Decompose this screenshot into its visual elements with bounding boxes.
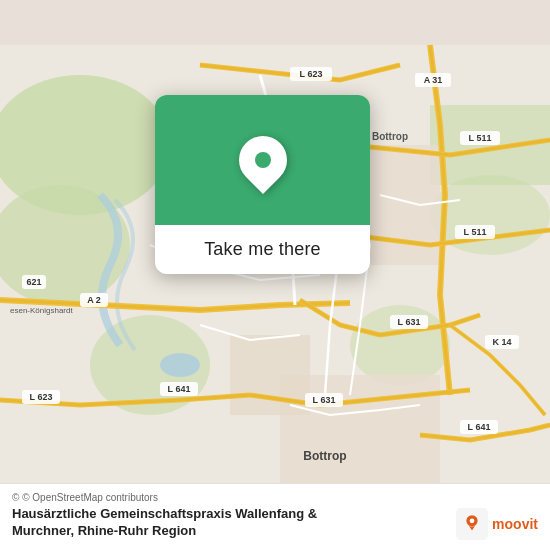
attribution-text: © OpenStreetMap contributors xyxy=(22,492,158,503)
svg-point-40 xyxy=(470,518,475,523)
svg-text:Bottrop: Bottrop xyxy=(372,131,408,142)
svg-point-7 xyxy=(160,353,200,377)
svg-text:A 2: A 2 xyxy=(87,295,101,305)
svg-text:A 31: A 31 xyxy=(424,75,443,85)
map-container: L 623 A 31 L 511 Bottrop L 511 621 A 2 e… xyxy=(0,0,550,550)
map-background: L 623 A 31 L 511 Bottrop L 511 621 A 2 e… xyxy=(0,0,550,550)
svg-text:esen-Königshardt: esen-Königshardt xyxy=(10,306,73,315)
popup-button-area: Take me there xyxy=(155,225,370,274)
svg-text:621: 621 xyxy=(26,277,41,287)
take-me-there-button[interactable]: Take me there xyxy=(204,239,321,260)
copyright-symbol: © xyxy=(12,492,19,503)
svg-text:L 623: L 623 xyxy=(300,69,323,79)
location-pin-icon xyxy=(229,126,297,194)
svg-text:L 623: L 623 xyxy=(30,392,53,402)
svg-text:Bottrop: Bottrop xyxy=(303,449,346,463)
bottom-bar: © © OpenStreetMap contributors Hausärztl… xyxy=(0,483,550,550)
svg-text:L 511: L 511 xyxy=(469,133,492,143)
moovit-logo: moovit xyxy=(456,508,538,540)
place-name-text: Hausärztliche Gemeinschaftspraxis Wallen… xyxy=(12,506,317,538)
svg-text:L 641: L 641 xyxy=(168,384,191,394)
popup-card: Take me there xyxy=(155,95,370,274)
svg-text:L 631: L 631 xyxy=(313,395,336,405)
moovit-icon xyxy=(456,508,488,540)
svg-text:L 511: L 511 xyxy=(464,227,487,237)
popup-map-preview xyxy=(155,95,370,225)
svg-text:L 631: L 631 xyxy=(398,317,421,327)
place-name: Hausärztliche Gemeinschaftspraxis Wallen… xyxy=(12,506,317,540)
moovit-text: moovit xyxy=(492,516,538,532)
svg-text:K 14: K 14 xyxy=(492,337,511,347)
map-attribution: © © OpenStreetMap contributors xyxy=(12,492,538,503)
svg-text:L 641: L 641 xyxy=(468,422,491,432)
